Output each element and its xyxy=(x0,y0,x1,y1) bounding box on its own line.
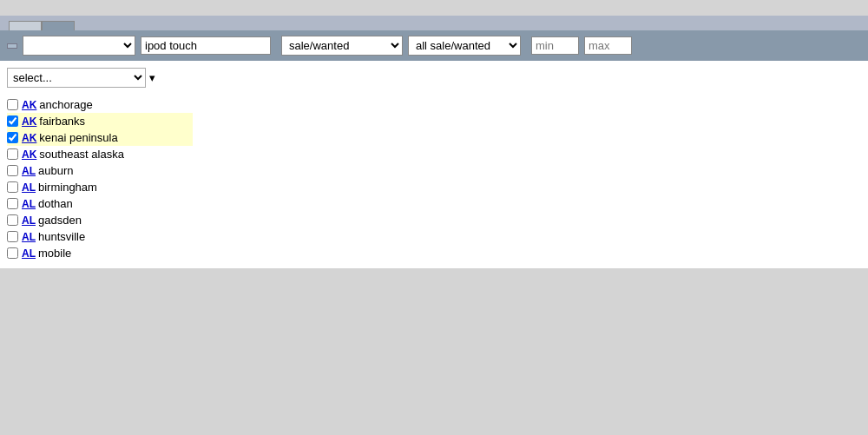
list-item: ALhuntsville xyxy=(7,228,193,245)
tab-search-usa[interactable] xyxy=(9,21,42,30)
list-item: ALgadsden xyxy=(7,212,193,228)
location-checkbox[interactable] xyxy=(7,181,18,193)
state-select[interactable]: select... xyxy=(7,68,146,88)
state-code[interactable]: AK xyxy=(22,115,36,128)
city-name: mobile xyxy=(38,247,71,260)
location-checkbox[interactable] xyxy=(7,247,18,259)
list-item: AKfairbanks xyxy=(7,113,193,129)
location-checkbox[interactable] xyxy=(7,132,18,143)
price-min-input[interactable] xyxy=(531,36,579,55)
state-code[interactable]: AL xyxy=(22,214,36,227)
location-checkbox[interactable] xyxy=(7,231,18,242)
city-name: southeast alaska xyxy=(39,148,124,161)
dropdown-arrow-icon: ▾ xyxy=(149,71,155,84)
city-name: dothan xyxy=(38,197,73,210)
list-item: ALbirmingham xyxy=(7,179,193,195)
location-checkbox[interactable] xyxy=(7,214,18,226)
city-name: birmingham xyxy=(38,181,97,194)
left-panel-location-list: AKanchorageAKfairbanksAKkenai peninsulaA… xyxy=(7,96,193,261)
list-item: ALdothan xyxy=(7,195,193,212)
search-for-select[interactable] xyxy=(23,36,135,56)
location-checkbox[interactable] xyxy=(7,99,18,110)
state-code[interactable]: AL xyxy=(22,247,36,260)
price-max-input[interactable] xyxy=(584,36,632,55)
tab-search-worldwide[interactable] xyxy=(42,21,75,30)
state-code[interactable]: AK xyxy=(22,148,36,161)
location-checkbox[interactable] xyxy=(7,115,18,127)
search-bar: sale/wanted for sale wanted all sale/wan… xyxy=(0,30,868,61)
category-select[interactable]: sale/wanted for sale wanted xyxy=(281,36,403,56)
list-item: AKsoutheast alaska xyxy=(7,146,193,162)
state-code[interactable]: AK xyxy=(22,99,36,111)
location-checkbox[interactable] xyxy=(7,165,18,176)
help-button[interactable] xyxy=(7,43,17,49)
city-name: anchorage xyxy=(39,98,92,111)
subcategory-select[interactable]: all sale/wanted xyxy=(408,36,521,56)
left-panel: select... ▾ AKanchorageAKfairbanksAKkena… xyxy=(0,68,200,261)
list-item: ALauburn xyxy=(7,162,193,179)
state-code[interactable]: AL xyxy=(22,198,36,210)
state-select-container: select... ▾ xyxy=(7,68,193,88)
city-name: auburn xyxy=(38,164,73,177)
city-name: huntsville xyxy=(38,230,85,243)
state-code[interactable]: AL xyxy=(22,181,36,194)
location-checkbox[interactable] xyxy=(7,148,18,160)
keyword-input[interactable] xyxy=(141,36,271,55)
list-item: AKanchorage xyxy=(7,96,193,113)
columns-container xyxy=(200,68,868,261)
tabs-bar xyxy=(0,16,868,30)
city-name: gadsden xyxy=(38,214,82,227)
location-checkbox[interactable] xyxy=(7,198,18,209)
list-item: AKkenai peninsula xyxy=(7,129,193,146)
state-code[interactable]: AL xyxy=(22,165,36,177)
city-name: fairbanks xyxy=(39,115,85,128)
state-code[interactable]: AL xyxy=(22,231,36,243)
list-item: ALmobile xyxy=(7,245,193,261)
state-code[interactable]: AK xyxy=(22,132,36,144)
main-content: select... ▾ AKanchorageAKfairbanksAKkena… xyxy=(0,61,868,268)
city-name: kenai peninsula xyxy=(39,131,117,144)
site-header xyxy=(0,0,868,16)
